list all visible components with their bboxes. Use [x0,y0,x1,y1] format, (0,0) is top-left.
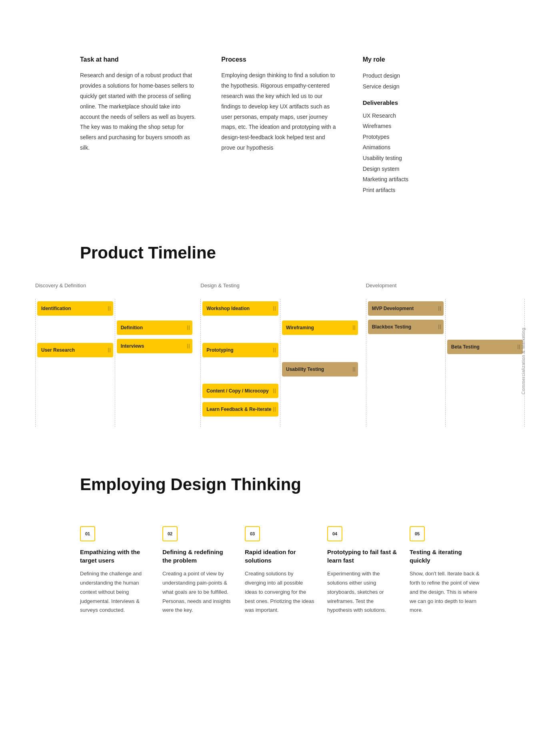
role-col: My role Product design Service design De… [363,56,480,195]
role-items: Product design Service design Deliverabl… [363,70,480,195]
deliverable-item: Animations [363,142,480,153]
timeline-col: Workshop Ideation Prototyping [200,299,280,427]
dt-body-4: Experimenting with the solutions either … [327,569,398,615]
dt-card-2: 02 Defining & redefining the problem Cre… [162,526,233,615]
bar-workshop: Workshop Ideation [202,301,278,316]
dt-card-1: 01 Empathizing with the target users Def… [80,526,150,615]
dt-body-5: Show, don't tell. Iterate back & forth t… [410,569,480,615]
dt-body-3: Creating solutions by diverging into all… [245,569,315,615]
dt-number-4: 04 [332,531,337,536]
timeline-phases: Discovery & Definition Identification [32,282,528,427]
task-col: Task at hand Research and design of a ro… [80,56,197,195]
process-title: Process [221,56,338,63]
phase-discovery: Discovery & Definition Identification [32,282,197,427]
bar-prototyping: Prototyping [202,343,278,357]
dt-card-5: 05 Testing & iterating quickly Show, don… [410,526,480,615]
task-title: Task at hand [80,56,197,63]
process-col: Process Employing design thinking to fin… [221,56,338,195]
design-thinking-title: Employing Design Thinking [0,451,560,510]
dt-body-1: Defining the challenge and understanding… [80,569,150,615]
dt-number-3: 03 [250,531,255,536]
phase-label-design: Design & Testing [200,282,359,288]
bar-wireframing: Wireframing [282,320,358,335]
design-thinking-section: 01 Empathizing with the target users Def… [0,510,560,647]
dt-heading-5: Testing & iterating quickly [410,548,480,565]
dt-heading-1: Empathizing with the target users [80,548,150,565]
role-title: My role [363,56,480,63]
dt-card-4: 04 Prototyping to fail fast & learn fast… [327,526,398,615]
bar-content-copy: Content / Copy / Microcopy [202,384,278,398]
deliverable-item: Wireframes [363,121,480,132]
role-item: Service design [363,81,480,92]
dt-badge-5: 05 [410,526,425,541]
dt-badge-3: 03 [245,526,260,541]
dt-badge-1: 01 [80,526,95,541]
dt-body-2: Creating a point of view by understandin… [162,569,233,615]
bar-blackbox: Blackbox Testing [368,320,444,334]
deliverable-item: Usability testing [363,153,480,164]
deliverable-item: Marketing artifacts [363,174,480,185]
phase-label-discovery: Discovery & Definition [35,282,194,288]
deliverable-item: Design system [363,164,480,174]
info-section: Task at hand Research and design of a ro… [0,24,560,219]
process-body: Employing design thinking to find a solu… [221,70,338,153]
dt-card-3: 03 Rapid ideation for solutions Creating… [245,526,315,615]
bar-beta: Beta Testing [447,340,523,354]
phase-cols-design: Workshop Ideation Prototyping [200,299,359,427]
bar-definition: Definition [117,320,193,335]
bar-learn-feedback: Learn Feedback & Re-iterate [202,402,278,417]
dt-number-2: 02 [168,531,172,536]
timeline-col: MVP Development Blackbox Testing [366,299,445,427]
phase-design: Design & Testing Workshop Ideation [197,282,362,427]
phase-cols-development: MVP Development Blackbox Testing [366,299,525,427]
dt-heading-4: Prototyping to fail fast & learn fast [327,548,398,565]
bar-user-research: User Research [37,343,113,357]
bar-interviews: Interviews [117,339,193,353]
timeline-col: Identification User Research [35,299,115,427]
role-item: Product design [363,70,480,81]
dt-number-5: 05 [415,531,420,536]
deliverable-item: Prototypes [363,132,480,142]
phase-label-development: Development [366,282,525,288]
phase-development: Development MVP Development Blackbox T [363,282,528,427]
bar-usability-testing: Usability Testing [282,362,358,377]
bar-identification: Identification [37,301,113,316]
commercialization-label: Commercialization & Marketing [521,328,526,395]
timeline-col: Wireframing Usability Testing [280,299,360,427]
dt-heading-2: Defining & redefining the problem [162,548,233,565]
timeline-col: Beta Testing [445,299,525,427]
commercialization-label-wrap: Commercialization & Marketing [518,294,528,427]
deliverables-title: Deliverables [363,97,480,109]
dt-heading-3: Rapid ideation for solutions [245,548,315,565]
design-thinking-cards: 01 Empathizing with the target users Def… [80,526,480,615]
deliverable-item: UX Research [363,110,480,121]
dt-badge-4: 04 [327,526,342,541]
task-body: Research and design of a robust product … [80,70,197,153]
timeline-title: Product Timeline [0,219,560,278]
dt-badge-2: 02 [162,526,178,541]
dt-number-1: 01 [85,531,90,536]
timeline-section: Discovery & Definition Identification [0,278,560,451]
phase-cols-discovery: Identification User Research [35,299,194,427]
bar-mvp: MVP Development [368,301,444,316]
timeline-col: Definition Interviews [115,299,194,427]
deliverable-item: Print artifacts [363,185,480,196]
